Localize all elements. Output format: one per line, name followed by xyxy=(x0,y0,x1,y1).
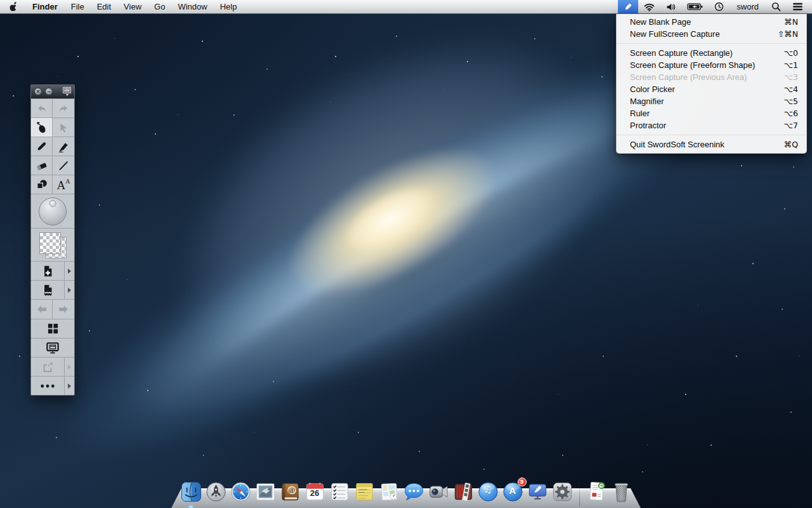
mouse-draw-tool-button[interactable] xyxy=(31,117,53,137)
menu-separator xyxy=(617,135,806,135)
notification-center-menu-extra[interactable] xyxy=(787,0,812,13)
palette-close-button[interactable]: × xyxy=(34,88,42,95)
facetime-icon xyxy=(428,481,450,503)
share-row xyxy=(31,357,74,376)
dock-safari[interactable] xyxy=(229,480,252,504)
dock-reminders[interactable] xyxy=(328,480,351,504)
more-options-flyout[interactable] xyxy=(65,377,74,395)
dock-itunes[interactable]: ♫ xyxy=(476,480,500,504)
line-tool-button[interactable] xyxy=(53,156,74,175)
dock-system-preferences[interactable] xyxy=(551,480,574,504)
document-icon xyxy=(586,481,607,503)
highlighter-tool-button[interactable] xyxy=(53,137,74,156)
menu-help[interactable]: Help xyxy=(214,0,244,13)
menu-item-color-picker[interactable]: Color Picker ⌥4 xyxy=(617,83,806,95)
flyout-triangle-icon xyxy=(68,364,71,370)
apple-icon xyxy=(10,2,18,11)
pages-grid-button[interactable] xyxy=(31,319,74,338)
menu-file[interactable]: File xyxy=(65,0,91,13)
grid-icon xyxy=(47,323,59,335)
dock-maps[interactable] xyxy=(377,480,401,504)
menu-finder[interactable]: Finder xyxy=(25,0,65,13)
spotlight-menu-extra[interactable] xyxy=(766,0,787,13)
new-page-button[interactable] xyxy=(31,262,65,280)
delete-page-flyout[interactable] xyxy=(65,281,74,299)
username-label: sword xyxy=(737,2,759,11)
list-icon xyxy=(63,87,71,93)
text-tool-button[interactable]: AA xyxy=(53,175,74,194)
menu-item-new-blank-page[interactable]: New Blank Page ⌘N xyxy=(617,16,806,28)
menu-bar-status: sword xyxy=(618,0,812,13)
apple-menu[interactable] xyxy=(0,0,25,13)
volume-icon xyxy=(666,3,676,11)
menu-view[interactable]: View xyxy=(117,0,148,13)
menu-item-magnifier[interactable]: Magnifier ⌥5 xyxy=(617,95,806,107)
menu-item-new-fullscreen-capture[interactable]: New FullScreen Capture ⇧⌘N xyxy=(617,28,806,40)
user-menu-extra[interactable]: sword xyxy=(730,0,766,13)
shapes-tool-button[interactable] xyxy=(31,175,53,194)
palette-menu-button[interactable] xyxy=(63,87,71,96)
transparency-section xyxy=(31,228,74,261)
dock-app-store[interactable]: A 3 xyxy=(501,480,525,504)
pencil-tool-button[interactable] xyxy=(31,137,53,156)
menu-item-label: New FullScreen Capture xyxy=(630,29,770,39)
more-options-button[interactable] xyxy=(31,377,65,395)
launchpad-icon xyxy=(205,481,227,503)
minimize-icon: – xyxy=(46,88,52,95)
dock-finder[interactable] xyxy=(180,480,203,504)
dock-notes[interactable] xyxy=(353,480,376,504)
menu-item-screen-capture-rectangle[interactable]: Screen Capture (Rectangle) ⌥0 xyxy=(617,47,806,59)
wifi-menu-extra[interactable] xyxy=(638,0,660,13)
menu-item-quit[interactable]: Quit SwordSoft Screenink ⌘Q xyxy=(617,138,806,150)
dock-facetime[interactable] xyxy=(427,480,450,504)
dock-messages[interactable] xyxy=(402,480,426,504)
dock-contacts[interactable]: @ xyxy=(278,480,302,504)
search-icon xyxy=(771,2,781,11)
menu-item-protractor[interactable]: Protractor ⌥7 xyxy=(617,119,806,131)
menu-edit-label: Edit xyxy=(97,2,111,11)
menu-item-label: Screen Capture (Rectangle) xyxy=(630,48,776,58)
menu-edit[interactable]: Edit xyxy=(91,0,117,13)
screenink-menu-extra[interactable] xyxy=(618,0,638,13)
dock-launchpad[interactable] xyxy=(204,480,228,504)
menu-item-screen-capture-freeform[interactable]: Screen Capture (Freeform Shape) ⌥1 xyxy=(617,59,806,71)
transparency-swatch[interactable] xyxy=(39,232,61,254)
screenink-dropdown-menu: New Blank Page ⌘N New FullScreen Capture… xyxy=(616,14,807,154)
new-page-flyout[interactable] xyxy=(65,262,74,280)
battery-menu-extra[interactable] xyxy=(681,0,709,13)
time-machine-menu-extra[interactable] xyxy=(709,0,730,13)
dock-document[interactable] xyxy=(585,480,608,504)
dock-photo-booth[interactable] xyxy=(452,480,475,504)
menu-item-screen-capture-previous-area: Screen Capture (Previous Area) ⌥3 xyxy=(617,71,806,83)
dock-trash[interactable] xyxy=(610,480,633,504)
menu-item-ruler[interactable]: Ruler ⌥6 xyxy=(617,107,806,119)
mail-icon xyxy=(254,481,277,503)
palette-minimize-button[interactable]: – xyxy=(45,88,53,95)
dock-mail[interactable] xyxy=(254,480,277,504)
dock-calendar[interactable]: 26 xyxy=(303,480,327,504)
delete-page-row xyxy=(31,280,74,299)
share-flyout xyxy=(65,358,74,376)
menu-item-shortcut: ⌥3 xyxy=(784,72,798,82)
eraser-tool-button[interactable] xyxy=(31,156,53,175)
dock-screenink[interactable] xyxy=(526,480,549,504)
reminders-icon xyxy=(329,481,351,503)
menu-go[interactable]: Go xyxy=(148,0,171,13)
menu-item-label: Ruler xyxy=(630,109,776,118)
screenink-tool-palette: × – xyxy=(30,84,75,396)
menu-finder-label: Finder xyxy=(32,2,58,11)
delete-page-button[interactable] xyxy=(31,281,65,299)
redo-button xyxy=(53,98,74,117)
cursor-tool-button[interactable] xyxy=(53,117,74,137)
maps-icon xyxy=(378,481,400,503)
notes-icon xyxy=(353,481,376,503)
share-icon xyxy=(41,361,54,373)
contacts-icon xyxy=(279,481,301,503)
volume-menu-extra[interactable] xyxy=(660,0,681,13)
wifi-icon xyxy=(644,3,655,11)
more-row xyxy=(31,376,74,395)
palette-title-bar[interactable]: × – xyxy=(31,85,74,98)
menu-window[interactable]: Window xyxy=(171,0,213,13)
show-desktop-button[interactable] xyxy=(31,338,74,357)
color-size-knob[interactable] xyxy=(39,197,67,225)
